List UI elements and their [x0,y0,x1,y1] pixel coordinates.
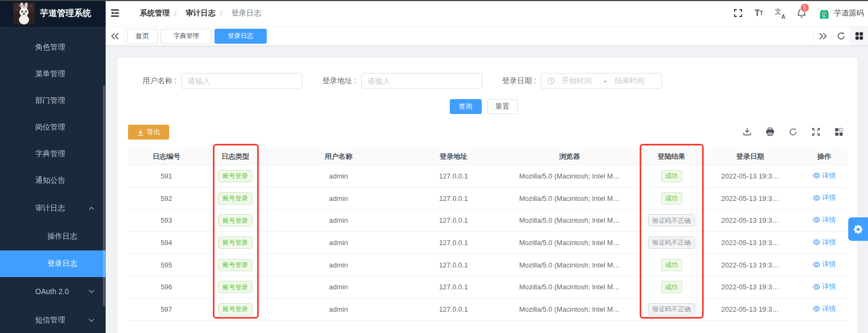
refresh-icon[interactable] [788,127,798,136]
sidebar-menu-item[interactable]: OAuth 2.0 [0,277,106,305]
cell-login-date: 2022-05-13 19:3… [699,298,801,321]
logo-rabbit-image [13,3,35,25]
cell-login-ip: 127.0.0.1 [411,298,496,321]
sidebar-menu-item[interactable]: 字典管理 [0,141,106,167]
tab[interactable]: 登录日志 [214,29,267,44]
table-header: 日志编号 日志类型 用户名称 登录地址 浏览器 登陆结果 登录日期 操作 [128,148,848,165]
tab[interactable]: 字典管理 [161,29,212,44]
detail-link[interactable]: 详情 [813,171,836,181]
export-button[interactable]: 导出 [128,125,169,140]
cell-browser: Mozilla/5.0 (Macintosh; Intel M… [496,232,643,254]
tags-view-bar: 首页 字典管理 登录日志 [106,27,868,46]
sidebar-scrollbar[interactable] [103,85,105,306]
column-setting-icon[interactable] [834,127,843,136]
breadcrumb: 系统管理 / 审计日志 / 登录日志 [140,9,261,18]
log-type-tag: 账号登录 [218,214,252,226]
avatar [818,7,830,19]
sidebar-menu-item[interactable]: 角色管理 [0,34,106,61]
fullscreen-icon[interactable] [728,0,748,27]
breadcrumb-item[interactable]: 审计日志 [186,9,216,18]
notification-bell[interactable]: 5 [791,0,812,27]
user-name: 芋道源码 [834,9,864,18]
sidebar-menu-item[interactable]: 审计日志 [0,194,106,222]
cell-log-id: 591 [128,165,205,188]
chevron-down-icon [89,318,94,322]
cell-login-date: 2022-05-13 19:3… [699,254,801,276]
login-result-tag: 成功 [661,259,682,271]
cell-log-type: 账号登录 [205,187,266,209]
cell-browser: Mozilla/5.0 (Macintosh; Intel M… [496,254,643,276]
main-content: 用户名称 : 登录地址 : 登录日期 : 开始时间 - 结束时间 [106,46,868,333]
sidebar-menu-item-label: 部门管理 [35,96,65,105]
refresh-icon [837,31,846,40]
breadcrumb-separator: / [174,9,177,18]
form-label: 登录地址 : [310,76,361,86]
cell-login-date: 2022-05-13 19:3… [699,209,801,232]
settings-fab[interactable] [848,217,868,241]
cell-browser: Mozilla/5.0 (Macintosh; Intel M… [496,276,643,298]
log-type-tag: 账号登录 [218,303,252,315]
breadcrumb-item[interactable]: 系统管理 [140,9,170,18]
log-type-tag: 账号登录 [218,192,252,205]
tags-scroll-left-button[interactable] [106,27,124,45]
tags-refresh-button[interactable] [832,27,850,45]
table-row: 597 账号登录 admin 127.0.0.1 Mozilla/5.0 (Ma… [128,298,848,321]
log-type-tag: 账号登录 [218,259,252,271]
sidebar-menu-item[interactable]: 操作日志 [0,222,106,250]
detail-link[interactable]: 详情 [813,238,836,247]
layout-setting-button[interactable] [850,27,868,45]
reset-button[interactable]: 重置 [487,99,518,114]
date-range-picker[interactable]: 开始时间 - 结束时间 [541,73,662,89]
sidebar-menu-item[interactable]: 部门管理 [0,87,106,114]
cell-login-result: 验证码不正确 [643,232,699,254]
cell-login-result: 验证码不正确 [643,298,699,321]
table-toolbar [742,127,843,136]
table-row: 593 账号登录 admin 127.0.0.1 Mozilla/5.0 (Ma… [128,209,848,232]
cell-log-id: 593 [128,209,205,232]
sidebar-menu-item[interactable]: 登录日志 [0,250,106,277]
cell-login-date: 2022-05-13 19:3… [699,232,801,254]
detail-link-label: 详情 [822,282,836,291]
font-size-icon[interactable]: TT [748,0,769,27]
detail-link[interactable]: 详情 [813,304,836,314]
detail-link[interactable]: 详情 [813,215,836,225]
logo-bar[interactable]: 芋道管理系统 [0,0,106,27]
printer-icon[interactable] [765,127,775,136]
search-buttons-group: 查询 重置 [450,99,518,114]
cell-user-name: admin [266,187,411,209]
tags-scroll-right-button[interactable] [814,27,832,45]
sidebar-menu-item-label: 登录日志 [47,259,77,269]
chevron-down-icon [89,289,94,294]
login-result-tag: 验证码不正确 [648,237,695,249]
cell-browser: Mozilla/5.0 (Macintosh; Intel M… [496,298,643,321]
cell-log-id: 595 [128,254,205,276]
language-icon[interactable]: 文A [769,0,791,27]
breadcrumb-current: 登录日志 [232,9,261,18]
search-text-input[interactable] [361,73,482,89]
table-header-cell: 日志类型 [205,148,266,165]
chevron-up-icon [89,206,94,210]
tab[interactable]: 首页 [127,29,158,44]
download-icon[interactable] [742,127,752,136]
tags-list: 首页 字典管理 登录日志 [124,27,814,45]
table-row: 591 账号登录 admin 127.0.0.1 Mozilla/5.0 (Ma… [128,165,848,188]
sidebar-menu-item[interactable]: 通知公告 [0,167,106,194]
detail-link[interactable]: 详情 [813,282,836,291]
sidebar-menu-item[interactable]: 岗位管理 [0,114,106,141]
detail-link-label: 详情 [822,193,836,202]
hamburger-icon[interactable] [105,0,124,27]
search-form: 用户名称 : 登录地址 : 登录日期 : 开始时间 - 结束时间 [117,73,857,89]
table-header-cell: 日志编号 [128,148,205,165]
detail-link[interactable]: 详情 [813,259,836,269]
login-result-tag: 验证码不正确 [648,303,695,315]
detail-link[interactable]: 详情 [813,193,836,202]
user-menu[interactable]: 芋道源码 [818,7,864,19]
form-item: 登录地址 : [310,73,482,89]
expand-icon[interactable] [811,127,821,136]
sidebar-menu-item[interactable]: 菜单管理 [0,61,106,87]
search-button[interactable]: 查询 [450,99,482,114]
detail-link-label: 详情 [822,238,836,247]
search-text-input[interactable] [181,73,302,89]
log-type-tag: 账号登录 [218,237,252,249]
sidebar-menu-item[interactable]: 短信管理 [0,305,106,333]
